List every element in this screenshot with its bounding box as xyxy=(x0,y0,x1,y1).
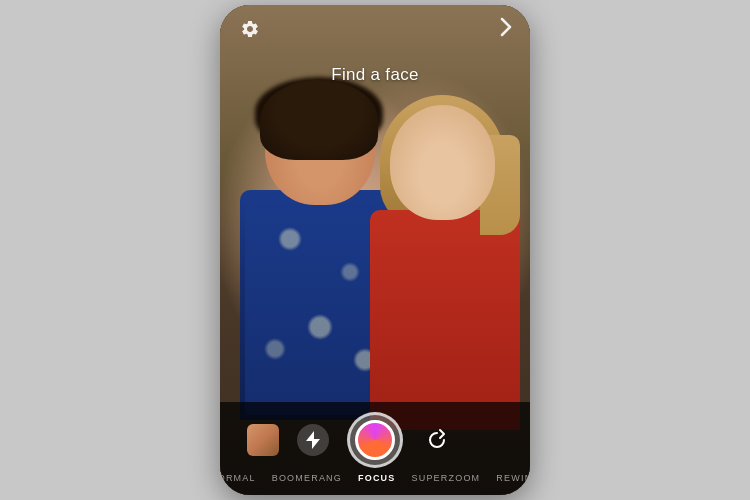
person2-body xyxy=(370,210,520,430)
shutter-inner xyxy=(355,420,395,460)
shutter-button[interactable] xyxy=(347,412,403,468)
lightning-icon xyxy=(297,424,329,456)
settings-icon[interactable] xyxy=(238,17,262,41)
flash-icon[interactable] xyxy=(297,424,329,456)
find-face-instruction: Find a face xyxy=(220,65,530,85)
mode-labels-row: NORMAL BOOMERANG FOCUS SUPERZOOM REWIND xyxy=(220,473,530,487)
bottom-controls: NORMAL BOOMERANG FOCUS SUPERZOOM REWIND xyxy=(220,402,530,495)
forward-icon[interactable] xyxy=(500,17,512,41)
person2-head xyxy=(390,105,495,220)
mode-label-focus[interactable]: FOCUS xyxy=(350,473,404,483)
phone-container: Find a face xyxy=(220,5,530,495)
mode-label-rewind[interactable]: REWIND xyxy=(488,473,530,483)
gallery-thumbnail-icon[interactable] xyxy=(247,424,279,456)
svg-marker-0 xyxy=(306,431,320,449)
top-controls xyxy=(220,17,530,41)
empty-slot xyxy=(471,424,503,456)
person2 xyxy=(370,105,520,425)
flip-camera-icon[interactable] xyxy=(421,424,453,456)
mode-label-boomerang[interactable]: BOOMERANG xyxy=(264,473,350,483)
mode-label-superzoom[interactable]: SUPERZOOM xyxy=(404,473,489,483)
camera-view: Find a face xyxy=(220,5,530,495)
mode-label-normal[interactable]: NORMAL xyxy=(220,473,264,483)
mode-icons-row xyxy=(220,402,530,473)
gallery-thumbnail xyxy=(247,424,279,456)
person1-hair xyxy=(260,80,378,160)
